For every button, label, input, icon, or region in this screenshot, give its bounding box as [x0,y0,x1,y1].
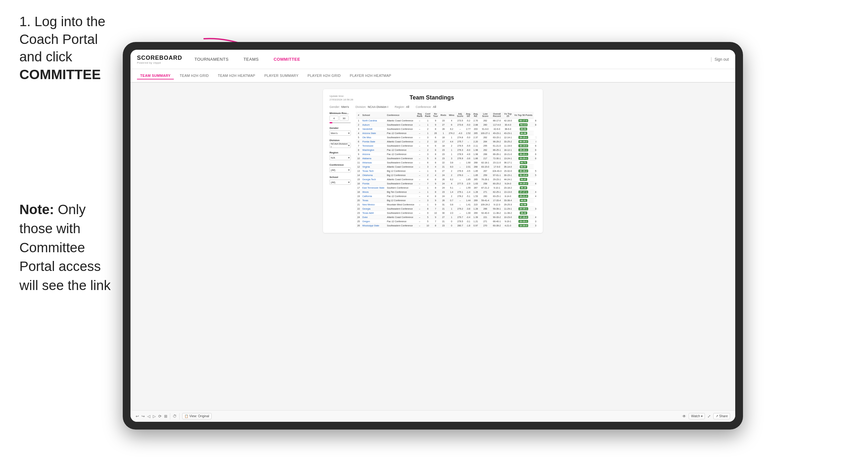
logo-sub: Powered by clippd [137,61,182,64]
standings-table: # School Conference RegRank ConfRank NoT… [356,112,536,228]
min-rounds-filter: Minimum Rou... 4 30 [330,112,353,123]
table-row: 20TexasBig 12 Conference–39260.7–1.44269… [356,198,536,203]
redo-icon[interactable]: ↪ [142,414,145,418]
region-filter: Region N/A ▾ [330,151,353,160]
table-row: 7TennesseeSoutheastern Conference–461822… [356,144,536,148]
min-rounds-min[interactable]: 4 [330,116,339,121]
division-filter: Division NCAA Division I ▾ [330,139,353,148]
logo-area: SCOREBOARD Powered by clippd [137,55,182,64]
table-row: 16FloridaSoutheastern Conference–7924427… [356,182,536,186]
subnav-team-h2h-grid[interactable]: TEAM H2H GRID [176,72,212,79]
back-icon[interactable]: ◁ [147,414,150,418]
table-row: 19CaliforniaPac-12 Conference–48242278.2… [356,194,536,198]
view-icon: 📋 [184,414,188,418]
gender-filter-display: Gender: Men's [330,105,349,108]
school-filter: School (All) ▾ [330,176,353,185]
note-text: Note: Only those with Committee Portal a… [20,200,116,295]
col-conference: Conference [386,112,416,119]
subnav-player-h2h-heatmap[interactable]: PLAYER H2H HEATMAP [347,72,395,79]
table-row: 2AuburnSoutheastern Conference–19276273.… [356,123,536,127]
nav-links: TOURNAMENTS TEAMS COMMITTEE [192,56,711,63]
table-row: 23Texas A&MSoutheastern Conference–91030… [356,211,536,215]
sub-nav: TEAM SUMMARY TEAM H2H GRID TEAM H2H HEAT… [130,69,735,83]
region-filter-display: Region: All [395,105,409,108]
col-rnds: Rnds [439,112,448,119]
tablet-screen: SCOREBOARD Powered by clippd TOURNAMENTS… [130,50,735,422]
col-school: School [361,112,386,119]
table-header: # School Conference RegRank ConfRank NoT… [356,112,536,119]
subnav-team-summary[interactable]: TEAM SUMMARY [137,72,174,80]
table-row: 10AlabamaSoutheastern Conference–5823327… [356,156,536,160]
content-area: Update time: 27/03/2024 16:56:26 Team St… [130,83,735,410]
nav-bar: SCOREBOARD Powered by clippd TOURNAMENTS… [130,50,735,69]
standings-body: Minimum Rou... 4 30 Gender [330,112,536,228]
table-row: 26Mississippi StateSoutheastern Conferen… [356,223,536,228]
bottom-toolbar: ↩ ↪ ◁ ▷ ⟳ ⊞ ⏱ 📋 View: Original 👁 Watch ▾… [130,410,735,422]
nav-tournaments[interactable]: TOURNAMENTS [192,56,231,63]
table-row: 18IllinoisBig Ten Conference–18231.4279.… [356,190,536,194]
forward-icon[interactable]: ▷ [153,414,156,418]
conference-select[interactable]: (All) ▾ [330,167,351,173]
table-row: 5Ole MissSoutheastern Conference–3618127… [356,135,536,139]
share-btn[interactable]: ↗ Share [713,413,730,419]
subnav-team-h2h-heatmap[interactable]: TEAM H2H HEATMAP [215,72,258,79]
table-row: 17East Tennessee StateSouthern Conferenc… [356,186,536,190]
update-time-area: Update time: 27/03/2024 16:56:26 [330,94,353,101]
division-filter-display: Division: NCAA Division I [355,105,388,108]
gender-select[interactable]: Men's ▾ [330,130,351,136]
logo-text: SCOREBOARD [137,55,182,61]
view-original-btn[interactable]: 📋 View: Original [182,413,212,419]
sidebar-filters: Minimum Rou... 4 30 Gender [330,112,353,228]
table-row: 6Florida StateAtlantic Coast Conference–… [356,139,536,144]
table-row: 25OregonPac-12 Conference–57210279.5-3.1… [356,219,536,223]
copy-icon[interactable]: ⊞ [164,414,167,418]
tablet-frame: SCOREBOARD Powered by clippd TOURNAMENTS… [123,42,743,430]
watch-btn[interactable]: Watch ▾ [689,413,705,419]
table-row: 11ArkansasSoutheastern Conference–68223.… [356,160,536,165]
school-select[interactable]: (All) ▾ [330,180,351,185]
table-row: 9ArizonaPac-12 Conference–38231278.9-4.6… [356,152,536,156]
toolbar-right: 👁 Watch ▾ ⤢ ↗ Share [682,413,730,419]
col-reg-rank: RegRank [415,112,424,119]
expand-icon[interactable]: ⤢ [708,414,711,418]
conference-filter: Conference (All) ▾ [330,163,353,173]
clock-icon[interactable]: ⏱ [173,414,177,418]
subnav-player-h2h-grid[interactable]: PLAYER H2H GRID [304,72,344,79]
standings-panel: Update time: 27/03/2024 16:56:26 Team St… [323,89,543,233]
col-vs-top25: Vs Top25 [503,112,513,119]
rounds-slider[interactable] [330,122,351,123]
gender-filter: Gender Men's ▾ [330,127,353,136]
panel-header: Update time: 27/03/2024 16:56:26 Team St… [330,94,536,101]
col-overall: OverallRecord [491,112,503,119]
min-rounds-max[interactable]: 30 [340,116,348,121]
undo-icon[interactable]: ↩ [136,414,139,418]
table-row: 14OklahomaBig 12 Conference–24242276.0–1… [356,173,536,177]
table-row: 15Georgia TechAtlantic Coast Conference–… [356,177,536,182]
col-wins: Wins [447,112,456,119]
refresh-icon[interactable]: ⟳ [158,414,161,418]
standings-table-wrap: # School Conference RegRank ConfRank NoT… [356,112,536,228]
table-row: 3VanderbiltSoutheastern Conference–28286… [356,127,536,131]
standings-tbody: 1North CarolinaAtlantic Coast Conference… [356,119,536,228]
col-no-tour: NoTour [432,112,439,119]
share-icon: ↗ [715,414,718,418]
region-select[interactable]: N/A ▾ [330,155,351,160]
panel-title: Team Standings [353,94,510,101]
toolbar-divider-1 [170,413,170,419]
update-time-label: Update time: 27/03/2024 16:56:26 [330,94,353,101]
sign-out-link[interactable]: Sign out [715,57,729,62]
col-rank: # [356,112,361,119]
nav-teams[interactable]: TEAMS [241,56,261,63]
note-area: Note: Only those with Committee Portal a… [20,200,116,295]
division-select[interactable]: NCAA Division I ▾ [330,143,351,148]
table-row: 12VirginiaAtlantic Coast Conference–3421… [356,165,536,169]
subnav-player-summary[interactable]: PLAYER SUMMARY [261,72,302,79]
step-text: 1. Log into the Coach Portal and click C… [20,13,113,83]
toolbar-divider-2 [179,413,180,419]
table-row: 8WashingtonPac-12 Conference–28231276.3-… [356,148,536,152]
col-avg-rd: Avg.Rd. [472,112,479,119]
nav-committee[interactable]: COMMITTEE [271,56,303,63]
col-vs-top50: Vs Top 50 Points [513,112,534,119]
col-adj-score: Adj.Score [456,112,465,119]
eye-icon: 👁 [682,414,686,418]
